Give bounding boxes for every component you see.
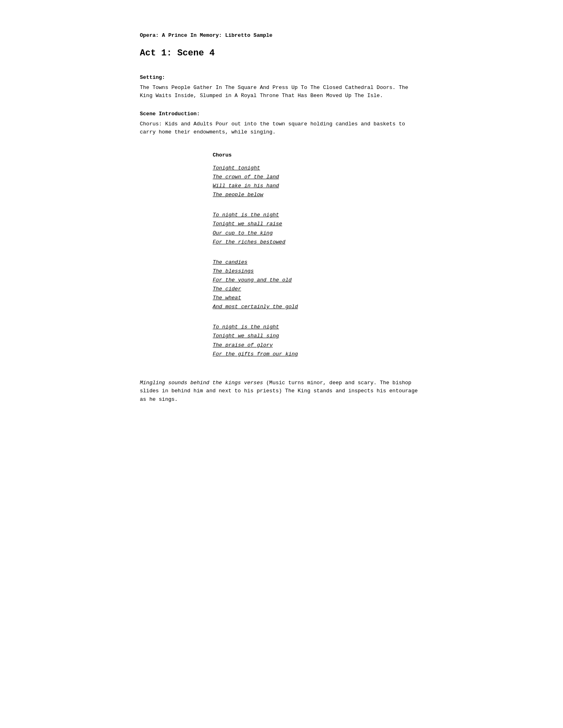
- chorus-line: For the gifts from our king: [213, 350, 423, 359]
- document-title: Opera: A Prince In Memory: Libretto Samp…: [140, 32, 423, 38]
- chorus-line: For the riches bestowed: [213, 238, 423, 247]
- chorus-section: Chorus Tonight tonight The crown of the …: [213, 152, 423, 359]
- chorus-line: The praise of glory: [213, 341, 423, 350]
- setting-text: The Towns People Gather In The Square An…: [140, 84, 423, 99]
- chorus-line: Will take in his hand: [213, 182, 423, 190]
- chorus-line: The crown of the land: [213, 173, 423, 182]
- chorus-line: For the young and the old: [213, 276, 423, 285]
- chorus-line: The people below: [213, 190, 423, 199]
- chorus-line: The candies: [213, 258, 423, 267]
- verse-group-3: The candies The blessings For the young …: [213, 258, 423, 312]
- scene-intro-text: Chorus: Kids and Adults Pour out into th…: [140, 120, 423, 136]
- chorus-label: Chorus: [213, 152, 423, 158]
- verse-group-1: Tonight tonight The crown of the land Wi…: [213, 164, 423, 199]
- stage-direction-italic: Mingling sounds behind the kings verses: [140, 380, 263, 386]
- chorus-line: Tonight tonight: [213, 164, 423, 173]
- verse-group-4: To night is the night Tonight we shall s…: [213, 323, 423, 358]
- setting-label: Setting:: [140, 74, 423, 80]
- page-container: Opera: A Prince In Memory: Libretto Samp…: [100, 0, 464, 436]
- chorus-line: Tonight we shall sing: [213, 332, 423, 341]
- scene-intro-label: Scene Introduction:: [140, 111, 423, 117]
- chorus-line: To night is the night: [213, 211, 423, 220]
- chorus-line: The wheat: [213, 294, 423, 303]
- verse-group-2: To night is the night Tonight we shall r…: [213, 211, 423, 246]
- act-title: Act 1: Scene 4: [140, 48, 423, 58]
- chorus-line: Tonight we shall raise: [213, 220, 423, 229]
- chorus-line: Our cup to the king: [213, 229, 423, 238]
- chorus-line: And most certainly the gold: [213, 303, 423, 311]
- chorus-line: The blessings: [213, 267, 423, 276]
- chorus-line: The cider: [213, 285, 423, 294]
- chorus-line: To night is the night: [213, 323, 423, 332]
- stage-direction: Mingling sounds behind the kings verses …: [140, 379, 423, 404]
